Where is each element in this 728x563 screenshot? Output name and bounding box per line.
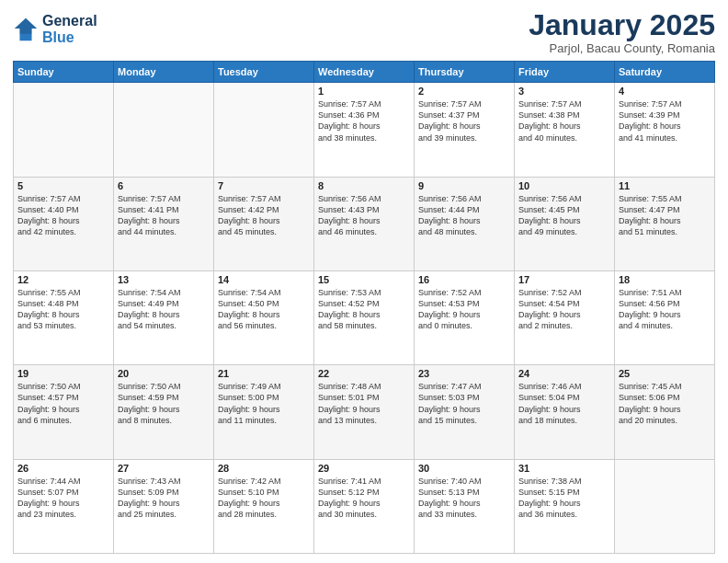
cell-info-text: Sunrise: 7:56 AM Sunset: 4:43 PM Dayligh… xyxy=(318,193,410,238)
col-header-tuesday: Tuesday xyxy=(214,62,314,83)
calendar-cell: 20Sunrise: 7:50 AM Sunset: 4:59 PM Dayli… xyxy=(114,365,214,459)
cell-date-number: 15 xyxy=(318,274,410,285)
calendar-cell: 24Sunrise: 7:46 AM Sunset: 5:04 PM Dayli… xyxy=(515,365,615,459)
cell-date-number: 3 xyxy=(518,86,610,97)
cell-date-number: 11 xyxy=(619,180,711,191)
col-header-friday: Friday xyxy=(515,62,615,83)
calendar-cell: 2Sunrise: 7:57 AM Sunset: 4:37 PM Daylig… xyxy=(415,83,515,177)
calendar-cell: 6Sunrise: 7:57 AM Sunset: 4:41 PM Daylig… xyxy=(114,177,214,270)
cell-info-text: Sunrise: 7:56 AM Sunset: 4:44 PM Dayligh… xyxy=(418,193,510,238)
week-row-5: 26Sunrise: 7:44 AM Sunset: 5:07 PM Dayli… xyxy=(14,459,715,553)
cell-info-text: Sunrise: 7:54 AM Sunset: 4:49 PM Dayligh… xyxy=(118,287,210,332)
calendar-cell xyxy=(114,83,214,177)
cell-info-text: Sunrise: 7:57 AM Sunset: 4:42 PM Dayligh… xyxy=(218,193,310,238)
cell-date-number: 14 xyxy=(218,274,310,285)
cell-info-text: Sunrise: 7:50 AM Sunset: 4:57 PM Dayligh… xyxy=(17,381,109,426)
cell-info-text: Sunrise: 7:52 AM Sunset: 4:53 PM Dayligh… xyxy=(418,287,510,332)
col-header-wednesday: Wednesday xyxy=(314,62,415,83)
cell-info-text: Sunrise: 7:38 AM Sunset: 5:15 PM Dayligh… xyxy=(518,476,610,521)
cell-date-number: 8 xyxy=(318,180,410,191)
cell-date-number: 2 xyxy=(418,86,510,97)
calendar-cell: 8Sunrise: 7:56 AM Sunset: 4:43 PM Daylig… xyxy=(314,177,415,270)
calendar-cell: 12Sunrise: 7:55 AM Sunset: 4:48 PM Dayli… xyxy=(14,270,114,364)
cell-date-number: 24 xyxy=(518,368,610,379)
week-row-1: 1Sunrise: 7:57 AM Sunset: 4:36 PM Daylig… xyxy=(14,83,715,177)
logo-text: General Blue xyxy=(42,13,97,45)
calendar-cell: 10Sunrise: 7:56 AM Sunset: 4:45 PM Dayli… xyxy=(515,177,615,270)
cell-info-text: Sunrise: 7:57 AM Sunset: 4:41 PM Dayligh… xyxy=(118,193,210,238)
cell-date-number: 19 xyxy=(17,368,109,379)
cell-date-number: 18 xyxy=(619,274,711,285)
cell-date-number: 20 xyxy=(118,368,210,379)
calendar-cell: 1Sunrise: 7:57 AM Sunset: 4:36 PM Daylig… xyxy=(314,83,415,177)
calendar-cell xyxy=(615,459,715,553)
calendar-cell: 28Sunrise: 7:42 AM Sunset: 5:10 PM Dayli… xyxy=(214,459,314,553)
cell-date-number: 22 xyxy=(318,368,410,379)
cell-date-number: 29 xyxy=(318,463,410,474)
cell-info-text: Sunrise: 7:57 AM Sunset: 4:37 PM Dayligh… xyxy=(418,98,510,144)
cell-info-text: Sunrise: 7:57 AM Sunset: 4:39 PM Dayligh… xyxy=(619,98,711,144)
cell-info-text: Sunrise: 7:57 AM Sunset: 4:38 PM Dayligh… xyxy=(518,98,610,144)
calendar-cell: 31Sunrise: 7:38 AM Sunset: 5:15 PM Dayli… xyxy=(515,459,615,553)
calendar-cell: 19Sunrise: 7:50 AM Sunset: 4:57 PM Dayli… xyxy=(14,365,114,459)
calendar-cell: 30Sunrise: 7:40 AM Sunset: 5:13 PM Dayli… xyxy=(415,459,515,553)
week-row-2: 5Sunrise: 7:57 AM Sunset: 4:40 PM Daylig… xyxy=(14,177,715,270)
calendar-cell: 18Sunrise: 7:51 AM Sunset: 4:56 PM Dayli… xyxy=(615,270,715,364)
header: General Blue January 2025 Parjol, Bacau … xyxy=(13,9,715,55)
cell-info-text: Sunrise: 7:57 AM Sunset: 4:36 PM Dayligh… xyxy=(318,98,410,144)
calendar-cell: 11Sunrise: 7:55 AM Sunset: 4:47 PM Dayli… xyxy=(615,177,715,270)
cell-info-text: Sunrise: 7:45 AM Sunset: 5:06 PM Dayligh… xyxy=(619,381,711,426)
col-header-monday: Monday xyxy=(114,62,214,83)
calendar-table: SundayMondayTuesdayWednesdayThursdayFrid… xyxy=(13,61,715,554)
calendar-cell: 4Sunrise: 7:57 AM Sunset: 4:39 PM Daylig… xyxy=(615,83,715,177)
cell-info-text: Sunrise: 7:41 AM Sunset: 5:12 PM Dayligh… xyxy=(318,476,410,521)
subtitle: Parjol, Bacau County, Romania xyxy=(529,41,715,55)
cell-date-number: 17 xyxy=(518,274,610,285)
cell-date-number: 16 xyxy=(418,274,510,285)
logo-icon xyxy=(13,17,39,42)
logo: General Blue xyxy=(13,13,97,45)
cell-info-text: Sunrise: 7:48 AM Sunset: 5:01 PM Dayligh… xyxy=(318,381,410,426)
calendar-cell: 26Sunrise: 7:44 AM Sunset: 5:07 PM Dayli… xyxy=(14,459,114,553)
calendar-cell: 27Sunrise: 7:43 AM Sunset: 5:09 PM Dayli… xyxy=(114,459,214,553)
cell-info-text: Sunrise: 7:51 AM Sunset: 4:56 PM Dayligh… xyxy=(619,287,711,332)
calendar-cell xyxy=(14,83,114,177)
calendar-cell: 25Sunrise: 7:45 AM Sunset: 5:06 PM Dayli… xyxy=(615,365,715,459)
cell-info-text: Sunrise: 7:44 AM Sunset: 5:07 PM Dayligh… xyxy=(17,476,109,521)
calendar-cell: 5Sunrise: 7:57 AM Sunset: 4:40 PM Daylig… xyxy=(14,177,114,270)
page: General Blue January 2025 Parjol, Bacau … xyxy=(0,0,728,563)
cell-date-number: 25 xyxy=(619,368,711,379)
cell-date-number: 12 xyxy=(17,274,109,285)
cell-info-text: Sunrise: 7:52 AM Sunset: 4:54 PM Dayligh… xyxy=(518,287,610,332)
cell-date-number: 27 xyxy=(118,463,210,474)
col-header-sunday: Sunday xyxy=(14,62,114,83)
calendar-cell: 23Sunrise: 7:47 AM Sunset: 5:03 PM Dayli… xyxy=(415,365,515,459)
cell-info-text: Sunrise: 7:46 AM Sunset: 5:04 PM Dayligh… xyxy=(518,381,610,426)
calendar-cell: 29Sunrise: 7:41 AM Sunset: 5:12 PM Dayli… xyxy=(314,459,415,553)
cell-info-text: Sunrise: 7:42 AM Sunset: 5:10 PM Dayligh… xyxy=(218,476,310,521)
cell-date-number: 1 xyxy=(318,86,410,97)
cell-info-text: Sunrise: 7:50 AM Sunset: 4:59 PM Dayligh… xyxy=(118,381,210,426)
cell-date-number: 28 xyxy=(218,463,310,474)
cell-date-number: 26 xyxy=(17,463,109,474)
cell-date-number: 9 xyxy=(418,180,510,191)
week-row-3: 12Sunrise: 7:55 AM Sunset: 4:48 PM Dayli… xyxy=(14,270,715,364)
cell-info-text: Sunrise: 7:57 AM Sunset: 4:40 PM Dayligh… xyxy=(17,193,109,238)
cell-date-number: 10 xyxy=(518,180,610,191)
cell-info-text: Sunrise: 7:49 AM Sunset: 5:00 PM Dayligh… xyxy=(218,381,310,426)
cell-info-text: Sunrise: 7:55 AM Sunset: 4:48 PM Dayligh… xyxy=(17,287,109,332)
calendar-cell: 9Sunrise: 7:56 AM Sunset: 4:44 PM Daylig… xyxy=(415,177,515,270)
col-header-saturday: Saturday xyxy=(615,62,715,83)
calendar-cell: 21Sunrise: 7:49 AM Sunset: 5:00 PM Dayli… xyxy=(214,365,314,459)
calendar-cell: 17Sunrise: 7:52 AM Sunset: 4:54 PM Dayli… xyxy=(515,270,615,364)
svg-marker-1 xyxy=(15,17,37,33)
calendar-cell: 16Sunrise: 7:52 AM Sunset: 4:53 PM Dayli… xyxy=(415,270,515,364)
cell-date-number: 21 xyxy=(218,368,310,379)
calendar-header-row: SundayMondayTuesdayWednesdayThursdayFrid… xyxy=(14,62,715,83)
month-title: January 2025 xyxy=(529,9,715,41)
cell-date-number: 6 xyxy=(118,180,210,191)
cell-info-text: Sunrise: 7:43 AM Sunset: 5:09 PM Dayligh… xyxy=(118,476,210,521)
calendar-cell: 7Sunrise: 7:57 AM Sunset: 4:42 PM Daylig… xyxy=(214,177,314,270)
calendar-cell: 15Sunrise: 7:53 AM Sunset: 4:52 PM Dayli… xyxy=(314,270,415,364)
cell-info-text: Sunrise: 7:55 AM Sunset: 4:47 PM Dayligh… xyxy=(619,193,711,238)
